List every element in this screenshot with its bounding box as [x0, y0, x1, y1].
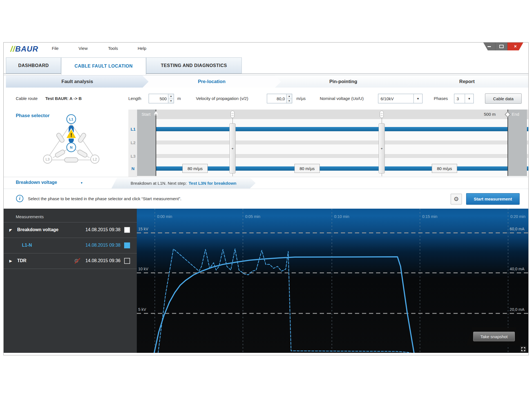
spinner-down-icon[interactable]: ▼: [287, 99, 292, 103]
phase-node-l1[interactable]: L1: [67, 115, 76, 124]
measurement-row-breakdown[interactable]: ◤ Breakdown voltage 14.08.2015 09:38: [4, 222, 137, 238]
length-unit: m: [177, 96, 181, 101]
measurement-chart[interactable]: 0:00 min 0:05 min 0:10 min 0:15 min 0:20…: [137, 209, 528, 353]
velocity-value[interactable]: 80,0: [267, 94, 286, 103]
menu-view[interactable]: View: [79, 46, 88, 51]
spinner-down-icon[interactable]: ▼: [168, 99, 174, 103]
joint-wire: [382, 118, 382, 123]
cable-route-diagram: L1 L2 L3 N Start 500 m End: [128, 110, 528, 177]
phase-selector-diagram[interactable]: ! L1 N L3 L2: [29, 114, 113, 176]
mode-dropdown[interactable]: Breakdown voltage: [16, 180, 57, 185]
curve-leakage-current: [158, 249, 418, 353]
measurement-row-l1n[interactable]: L1-N 14.08.2015 09:38: [4, 238, 137, 253]
svg-text:N: N: [70, 145, 72, 150]
tab-cable-fault-location[interactable]: CABLE FAULT LOCATION: [61, 57, 146, 75]
visibility-checkbox[interactable]: [124, 258, 130, 264]
kv-tick-15: 15 kV: [138, 227, 148, 231]
tab-dashboard[interactable]: DASHBOARD: [6, 57, 61, 73]
menu-file[interactable]: File: [52, 46, 59, 51]
svg-text:!: !: [70, 132, 72, 138]
next-step-action[interactable]: Test L3N for breakdown: [189, 181, 236, 186]
segment-speed-3[interactable]: 80 m/µs: [432, 164, 457, 173]
start-column: [137, 110, 156, 176]
fullscreen-button[interactable]: [520, 346, 526, 352]
chart-curves-svg: [137, 209, 528, 353]
info-message: Select the phase to be tested in the pha…: [28, 196, 181, 201]
minimize-button[interactable]: [483, 43, 495, 50]
breadcrumb-pin-pointing[interactable]: Pin-pointing: [275, 75, 412, 88]
breadcrumb-fault-analysis[interactable]: Fault analysis: [6, 75, 149, 88]
breadcrumb-pre-location[interactable]: Pre-location: [142, 75, 281, 88]
nominal-voltage-select[interactable]: 6/10kV ▼: [378, 94, 423, 103]
end-label: End: [512, 112, 519, 117]
segment-speed-2[interactable]: 80 m/µs: [294, 164, 320, 173]
cable-row-l2-label: L2: [131, 140, 137, 145]
maximize-button[interactable]: [495, 43, 508, 50]
joint-symbol-icon: [380, 111, 384, 118]
visibility-checkbox[interactable]: [124, 242, 130, 248]
chevron-down-icon[interactable]: ▼: [80, 181, 83, 184]
length-label: Length: [128, 96, 141, 101]
svg-text:L2: L2: [93, 157, 97, 161]
length-input[interactable]: 500 ▲ ▼: [149, 94, 174, 103]
expander-closed-icon[interactable]: ▶: [9, 259, 12, 263]
spinner-up-icon[interactable]: ▲: [168, 94, 174, 99]
cable-row-n-label: N: [131, 166, 138, 171]
velocity-input[interactable]: 80,0 ▲ ▼: [267, 94, 292, 103]
cable-row-l1-label: L1: [131, 127, 137, 131]
warning-icon: !: [66, 129, 76, 138]
measurement-date: 14.08.2015 09:38: [85, 227, 120, 232]
visibility-checkbox[interactable]: [124, 227, 130, 233]
nominal-voltage-value: 6/10kV: [378, 94, 413, 103]
phase-cable-section: Phase selector !: [4, 110, 528, 177]
parameters-row: Cable route Test BAUR: A -> B Length 500…: [4, 88, 528, 110]
velocity-label: Velocity of propagation (v/2): [196, 96, 248, 101]
measurement-label: L1-N: [22, 243, 32, 248]
ma-tick-60: 60,0 mA: [510, 227, 524, 231]
close-button[interactable]: ×: [508, 43, 523, 50]
workflow-breadcrumb: Fault analysis Pre-location Pin-pointing…: [4, 75, 528, 88]
app-window: //BAUR File View Tools Help × DASHBOARD …: [3, 42, 529, 355]
start-marker-icon[interactable]: [153, 111, 158, 116]
cable-data-button[interactable]: Cable data: [485, 93, 522, 104]
svg-text:L3: L3: [46, 157, 50, 161]
segment-speed-1[interactable]: 80 m/µs: [182, 164, 208, 173]
cable-top-band: [137, 110, 528, 119]
length-value[interactable]: 500: [149, 94, 168, 103]
length-stepper: ▲ ▼: [168, 94, 174, 103]
phases-select[interactable]: 3 ▼: [454, 94, 474, 103]
spinner-up-icon[interactable]: ▲: [287, 94, 292, 99]
measurement-mode-bar: Breakdown voltage ▼ Breakdown at L1N. Ne…: [4, 177, 528, 189]
cable-row-l3-label: L3: [131, 154, 137, 159]
phases-value: 3: [454, 94, 465, 103]
measurement-label: TDR: [17, 258, 26, 263]
settings-button[interactable]: ⚙: [451, 194, 462, 204]
chevron-down-icon[interactable]: ▼: [465, 94, 473, 103]
main-tabbar: DASHBOARD CABLE FAULT LOCATION TESTING A…: [4, 57, 528, 74]
start-measurement-button[interactable]: Start measurement: [466, 193, 520, 205]
breadcrumb-report[interactable]: Report: [406, 75, 528, 88]
measurements-panel: Measurements ◤ Breakdown voltage 14.08.2…: [4, 209, 137, 353]
cable-joint-1[interactable]: +: [229, 123, 236, 173]
phase-node-l2[interactable]: L2: [91, 155, 99, 163]
next-step-banner: Breakdown at L1N. Next step: Test L3N fo…: [111, 178, 256, 188]
cable-line-l3: [137, 154, 528, 158]
measurement-row-tdr[interactable]: ▶ TDR ⚙ 14.08.2015 09:36: [4, 253, 137, 269]
results-area: Measurements ◤ Breakdown voltage 14.08.2…: [4, 209, 528, 353]
cable-joint-2[interactable]: +: [379, 123, 385, 173]
snapshot-container: Take snapshot: [466, 327, 522, 345]
measurements-header: Measurements: [16, 214, 44, 219]
expander-open-icon[interactable]: ◤: [9, 228, 12, 232]
chevron-down-icon[interactable]: ▼: [413, 94, 422, 103]
take-snapshot-button[interactable]: Take snapshot: [473, 332, 515, 341]
kv-tick-5: 5 kV: [138, 307, 146, 312]
measurement-date: 14.08.2015 09:36: [85, 258, 120, 263]
phase-node-n[interactable]: N: [67, 143, 76, 152]
phase-node-l3[interactable]: L3: [43, 155, 52, 163]
end-line: [508, 110, 508, 176]
tab-testing-diagnostics[interactable]: TESTING AND DIAGNOSTICS: [146, 57, 242, 73]
menu-tools[interactable]: Tools: [108, 46, 118, 51]
time-tick-1: 0:05 min: [245, 214, 260, 219]
time-tick-0: 0:00 min: [157, 214, 172, 219]
menu-help[interactable]: Help: [138, 46, 146, 51]
